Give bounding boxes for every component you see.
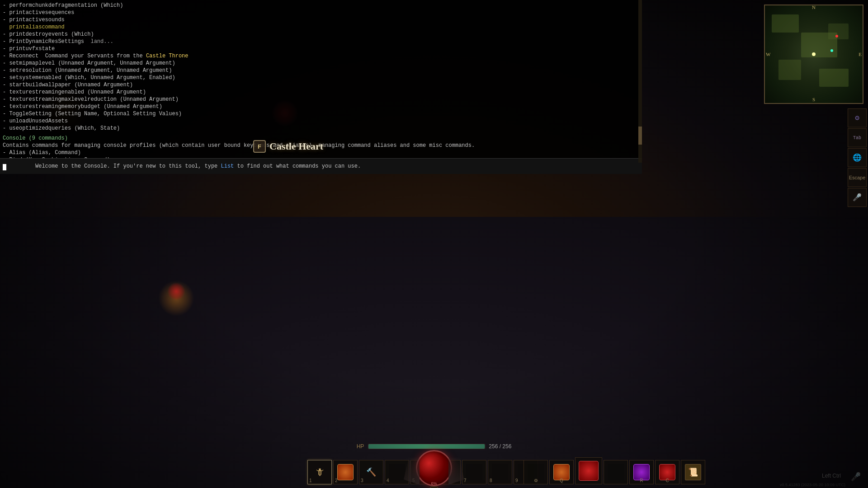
ability-scroll-icon: 📜: [685, 464, 701, 480]
minimap-player-dot: [812, 52, 816, 56]
console-line: - unloadUnusedAssets: [3, 117, 639, 125]
minimap-compass-east: E: [859, 52, 862, 57]
slot-3-number: 3: [361, 478, 363, 483]
slot-4-icon: [389, 464, 405, 480]
sidebar-icon-mic[interactable]: 🎤: [848, 188, 867, 207]
hotbar-slot-7[interactable]: 7: [462, 460, 486, 484]
ability-slot-empty2[interactable]: [604, 460, 628, 484]
console-line: - printdestroyevents (Which): [3, 31, 639, 38]
console-scrollbar[interactable]: [638, 0, 642, 163]
hotbar-slot-3[interactable]: 3: [359, 460, 383, 484]
castle-heart-tooltip: F Castle Heart: [253, 140, 323, 153]
ability-slot-empty2-icon: [608, 464, 624, 480]
console-welcome-text: Welcome to the Console. If you're new to…: [3, 163, 361, 169]
console-line: - texturestreamingmemorybudget (Unnamed …: [3, 103, 639, 110]
right-sidebar: ⚙ Tab 🌐 Escape 🎤: [846, 108, 868, 207]
minimap: N S W E: [764, 5, 863, 104]
blood-orb: 6%: [416, 450, 452, 486]
slot-7-icon: [466, 464, 482, 480]
bottom-hud: 1 2 3 4 5 6 7 8: [0, 443, 868, 488]
ability-slot-key-c: C: [656, 478, 679, 483]
slot-7-number: 7: [464, 478, 467, 483]
ability-slot-r[interactable]: R: [629, 460, 654, 484]
console-line: - setsystemenabled (Which, Unnamed Argum…: [3, 74, 639, 81]
ability-slot-key-empty: ⚙: [524, 478, 547, 483]
console-line: - printactivesequences: [3, 9, 639, 16]
console-line: - setresolution (Unnamed Argument, Unnam…: [3, 67, 639, 74]
blood-percentage: 6%: [431, 481, 437, 486]
sidebar-icon-tab[interactable]: Tab: [848, 128, 867, 147]
slot-9-number: 9: [515, 478, 518, 483]
ability-w-icon: [579, 461, 599, 481]
console-input-area[interactable]: Welcome to the Console. If you're new to…: [0, 158, 642, 174]
f-key-badge: F: [253, 140, 266, 153]
ability-slot-empty[interactable]: ⚙: [524, 460, 548, 484]
console-line: - printuvfxstate: [3, 45, 639, 52]
command-servants-line: - Reconnect Command your Servants from t…: [3, 52, 639, 60]
console-line: - setmipmaplevel (Unnamed Argument, Unna…: [3, 60, 639, 67]
ability-slots: ⚙ Q R C 📜: [524, 456, 705, 484]
slot-2-icon: [337, 464, 354, 480]
minimap-terrain: [778, 60, 801, 80]
sidebar-icon-1[interactable]: ⚙: [848, 108, 867, 127]
console-line: - PrintDynamicResSettings land...: [3, 38, 639, 45]
ability-slot-scroll[interactable]: 📜: [681, 460, 705, 484]
minimap-compass-west: W: [766, 52, 770, 57]
slot-8-number: 8: [490, 478, 492, 483]
slot-1-icon: [315, 466, 325, 479]
console-line: - printactivesounds: [3, 16, 639, 23]
console-line: - texturestreamingmaxlevelreduction (Unn…: [3, 96, 639, 103]
slot-3-icon: [366, 467, 376, 478]
hotbar-slot-8[interactable]: 8: [488, 460, 512, 484]
slot-8-icon: [492, 464, 508, 480]
hotbar-slot-1[interactable]: 1: [307, 460, 332, 484]
ability-slot-c[interactable]: C: [655, 460, 679, 484]
ability-slot-key-r: R: [630, 478, 653, 483]
console-line-highlight: printaliascommand: [3, 23, 639, 31]
console-line: - startbuildwallpaper (Unnamed Argument): [3, 81, 639, 89]
minimap-compass-north: N: [812, 5, 816, 10]
minimap-terrain: [819, 69, 849, 87]
console-cursor: [3, 164, 6, 170]
blood-orb-area: 6% F: [416, 450, 452, 486]
slot-1-number: 1: [309, 478, 312, 483]
minimap-enemy-dot: [835, 35, 838, 38]
console-line: - useoptimizedqueries (Which, State): [3, 125, 639, 132]
sidebar-icon-2[interactable]: 🌐: [848, 148, 867, 167]
sidebar-icon-escape[interactable]: Escape: [848, 168, 867, 187]
console-output: - performchunkdefragmentation (Which) - …: [0, 0, 642, 158]
ability-slot-q[interactable]: Q: [549, 460, 574, 484]
red-glow-2: [167, 282, 185, 300]
console-line: - texturestreamingenabled (Unnamed Argum…: [3, 89, 639, 96]
hotbar-slot-2[interactable]: 2: [333, 460, 358, 484]
minimap-terrain: [772, 14, 799, 33]
minimap-compass-south: S: [812, 97, 815, 102]
ability-slot-w[interactable]: [575, 457, 602, 484]
slot-4-number: 4: [387, 478, 389, 483]
console-line: - performchunkdefragmentation (Which): [3, 2, 639, 9]
castle-heart-label: Castle Heart: [269, 141, 323, 152]
ability-slot-key-q: Q: [550, 478, 573, 483]
console-scrollbar-thumb: [638, 127, 642, 145]
minimap-terrain: [828, 23, 849, 39]
slot-2-number: 2: [335, 478, 338, 483]
console-line: - ToggleSetting (Setting Name, Optional …: [3, 110, 639, 117]
